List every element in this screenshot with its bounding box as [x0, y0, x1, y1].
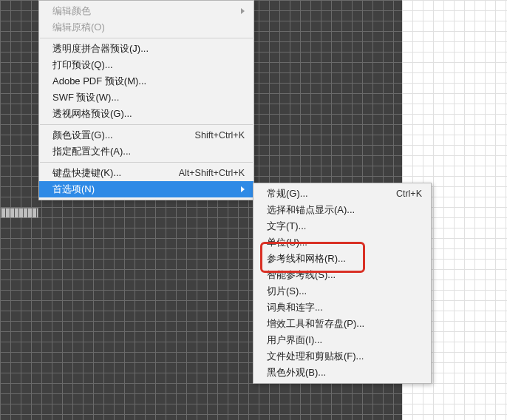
- menu1-item-6[interactable]: SWF 预设(W)...: [39, 89, 254, 106]
- menu-item-label: 智能参考线(S)...: [267, 268, 422, 282]
- menu-item-label: 常规(G)...: [267, 187, 396, 200]
- menu-item-label: 颜色设置(G)...: [52, 129, 195, 142]
- menu1-item-1: 编辑原稿(O): [39, 19, 254, 35]
- menu1-item-4[interactable]: 打印预设(Q)...: [39, 57, 254, 73]
- menu-separator: [40, 162, 253, 163]
- menu1-item-0: 编辑颜色: [39, 3, 254, 19]
- menu-item-shortcut: Alt+Shift+Ctrl+K: [179, 168, 245, 178]
- menu1-item-12[interactable]: 键盘快捷键(K)...Alt+Shift+Ctrl+K: [39, 165, 254, 181]
- menu-item-label: 用户界面(I)...: [267, 333, 422, 347]
- menu-item-label: Adobe PDF 预设(M)...: [52, 75, 245, 88]
- menu-item-label: 选择和锚点显示(A)...: [267, 203, 422, 217]
- menu-item-label: 单位(U)...: [267, 236, 422, 249]
- menu1-item-3[interactable]: 透明度拼合器预设(J)...: [39, 41, 254, 57]
- edit-menu[interactable]: 编辑颜色编辑原稿(O)透明度拼合器预设(J)...打印预设(Q)...Adobe…: [38, 0, 254, 200]
- submenu-arrow-icon: [241, 8, 245, 14]
- menu1-item-5[interactable]: Adobe PDF 预设(M)...: [39, 73, 254, 89]
- menu-item-label: 透视网格预设(G)...: [52, 107, 245, 121]
- menu2-item-10[interactable]: 文件处理和剪贴板(F)...: [254, 348, 431, 365]
- menu2-item-6[interactable]: 切片(S)...: [254, 283, 431, 299]
- menu-item-label: 切片(S)...: [267, 285, 422, 298]
- menu2-item-0[interactable]: 常规(G)...Ctrl+K: [254, 186, 431, 202]
- menu-item-label: 增效工具和暂存盘(P)...: [267, 317, 422, 331]
- menu-item-label: 编辑颜色: [52, 4, 237, 18]
- menu2-item-1[interactable]: 选择和锚点显示(A)...: [254, 202, 431, 218]
- menu1-item-10[interactable]: 指定配置文件(A)...: [39, 143, 254, 160]
- menu-item-label: 词典和连字...: [267, 301, 422, 314]
- menu2-item-9[interactable]: 用户界面(I)...: [254, 332, 431, 348]
- menu-item-label: 键盘快捷键(K)...: [52, 166, 179, 180]
- menu2-item-2[interactable]: 文字(T)...: [254, 218, 431, 234]
- menu2-item-11[interactable]: 黑色外观(B)...: [254, 365, 431, 381]
- ruler-segment: [0, 208, 38, 218]
- menu-separator: [40, 124, 253, 125]
- menu1-item-7[interactable]: 透视网格预设(G)...: [39, 106, 254, 122]
- menu-item-label: 透明度拼合器预设(J)...: [52, 42, 245, 55]
- preferences-submenu[interactable]: 常规(G)...Ctrl+K选择和锚点显示(A)...文字(T)...单位(U)…: [253, 183, 432, 384]
- menu1-item-13[interactable]: 首选项(N): [39, 181, 254, 197]
- menu-item-shortcut: Shift+Ctrl+K: [195, 130, 245, 140]
- menu2-item-3[interactable]: 单位(U)...: [254, 234, 431, 251]
- menu-item-label: 指定配置文件(A)...: [52, 145, 245, 158]
- menu1-item-9[interactable]: 颜色设置(G)...Shift+Ctrl+K: [39, 127, 254, 143]
- menu2-item-8[interactable]: 增效工具和暂存盘(P)...: [254, 316, 431, 332]
- menu2-item-5[interactable]: 智能参考线(S)...: [254, 267, 431, 283]
- submenu-arrow-icon: [241, 186, 245, 192]
- menu-item-label: 文字(T)...: [267, 220, 422, 233]
- canvas-area: 编辑颜色编辑原稿(O)透明度拼合器预设(J)...打印预设(Q)...Adobe…: [0, 0, 507, 420]
- menu-item-shortcut: Ctrl+K: [396, 189, 422, 199]
- menu-item-label: 编辑原稿(O): [52, 21, 245, 34]
- menu-item-label: 黑色外观(B)...: [267, 366, 422, 379]
- menu2-item-4[interactable]: 参考线和网格(R)...: [254, 251, 431, 267]
- menu-item-label: 参考线和网格(R)...: [267, 252, 422, 265]
- menu-separator: [40, 38, 253, 38]
- menu2-item-7[interactable]: 词典和连字...: [254, 299, 431, 316]
- menu-item-label: 打印预设(Q)...: [52, 58, 245, 72]
- menu-item-label: 首选项(N): [52, 183, 237, 196]
- menu-item-label: 文件处理和剪贴板(F)...: [267, 350, 422, 363]
- menu-item-label: SWF 预设(W)...: [52, 91, 245, 104]
